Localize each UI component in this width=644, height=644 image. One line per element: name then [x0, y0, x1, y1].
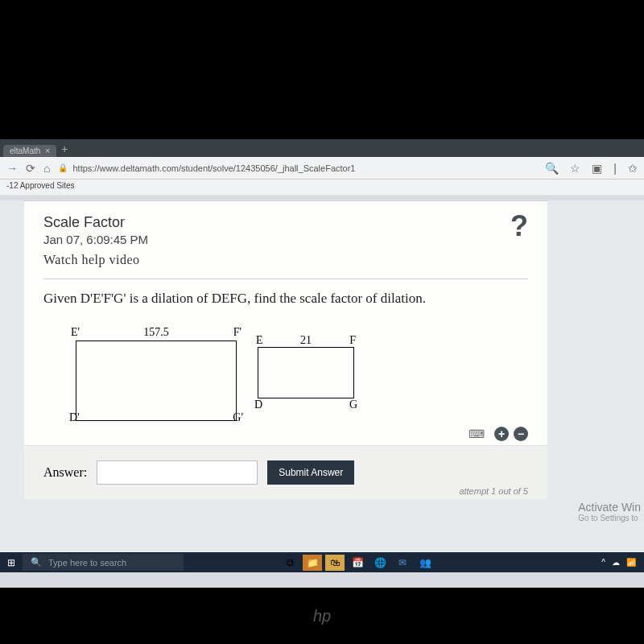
search-icon[interactable]: 🔍 [545, 162, 559, 175]
system-tray[interactable]: ^ ☁ 📶 [601, 558, 644, 567]
activate-subtitle: Go to Settings to [578, 514, 641, 522]
taskbar: ⊞ 🔍 Type here to search ⧉ 📁 🛍 📅 🌐 ✉ 👥 ^ … [0, 552, 644, 572]
lock-icon: 🔒 [58, 163, 68, 172]
home-icon[interactable]: ⌂ [43, 162, 50, 175]
vertex-label: G [349, 398, 357, 411]
mail-icon[interactable]: ✉ [393, 555, 412, 571]
side-length: 157.5 [143, 326, 169, 339]
minus-button[interactable]: − [514, 427, 528, 441]
attempt-counter: attempt 1 out of 5 [459, 486, 528, 496]
bookmark-link[interactable]: -12 Approved Sites [6, 181, 75, 190]
store-icon[interactable]: 🛍 [325, 555, 345, 571]
page-content: ? Scale Factor Jan 07, 6:09:45 PM Watch … [0, 200, 644, 572]
submit-button[interactable]: Submit Answer [267, 460, 354, 485]
problem-title: Scale Factor [43, 214, 528, 231]
search-icon: 🔍 [31, 557, 42, 568]
reader-icon[interactable]: ▣ [592, 162, 602, 175]
vertex-label: D' [69, 411, 80, 424]
browser-tabs: eltaMath × + [0, 139, 644, 157]
task-view-icon[interactable]: ⧉ [280, 555, 299, 571]
vertex-label: D [254, 398, 262, 411]
forward-icon[interactable]: → [6, 162, 18, 175]
problem-timestamp: Jan 07, 6:09:45 PM [43, 233, 528, 246]
taskbar-search[interactable]: 🔍 Type here to search [23, 554, 184, 571]
diagram-area: E' 157.5 F' D' G' E 21 F D G [76, 326, 528, 421]
vertex-label: G' [233, 411, 243, 424]
active-tab[interactable]: eltaMath × [3, 145, 56, 157]
address-bar: → ⟳ ⌂ 🔒 https://www.deltamath.com/studen… [0, 157, 644, 180]
start-button[interactable]: ⊞ [0, 552, 23, 572]
tray-chevron-icon[interactable]: ^ [601, 558, 605, 567]
hp-logo: hp [313, 607, 331, 625]
plus-button[interactable]: + [494, 427, 509, 441]
wifi-icon[interactable]: 📶 [626, 558, 636, 567]
edge-icon[interactable]: 🌐 [370, 555, 390, 571]
help-icon[interactable]: ? [510, 209, 528, 243]
bookmark-bar: -12 Approved Sites [0, 180, 644, 196]
calendar-icon[interactable]: 📅 [348, 555, 367, 571]
answer-label: Answer: [43, 465, 87, 480]
vertex-label: E' [71, 326, 80, 339]
refresh-icon[interactable]: ⟳ [26, 162, 35, 175]
activate-title: Activate Win [578, 501, 641, 514]
favorite-icon[interactable]: ✩ [628, 162, 638, 175]
vertex-label: F [349, 334, 356, 347]
url-text: https://www.deltamath.com/student/solve/… [72, 163, 355, 173]
divider [43, 279, 528, 279]
search-placeholder: Type here to search [48, 558, 126, 568]
question-text: Given D'E'F'G' is a dilation of DEFG, fi… [43, 291, 528, 307]
separator: | [613, 162, 617, 175]
answer-area: ⌨ + − Answer: Submit Answer attempt 1 ou… [24, 445, 547, 499]
vertex-label: E [256, 334, 263, 347]
close-icon[interactable]: × [45, 147, 50, 155]
keyboard-icon[interactable]: ⌨ [469, 427, 485, 440]
side-length: 21 [300, 334, 312, 347]
watch-video-link[interactable]: Watch help video [43, 253, 528, 267]
windows-activation: Activate Win Go to Settings to [578, 501, 641, 522]
small-rectangle: E 21 F D G [258, 326, 354, 421]
cloud-icon[interactable]: ☁ [612, 558, 620, 567]
tab-title: eltaMath [10, 147, 40, 155]
url-field[interactable]: 🔒 https://www.deltamath.com/student/solv… [58, 163, 537, 173]
answer-input[interactable] [97, 460, 258, 485]
star-icon[interactable]: ☆ [570, 162, 580, 175]
teams-icon[interactable]: 👥 [415, 555, 435, 571]
new-tab-button[interactable]: + [61, 142, 68, 157]
vertex-label: F' [233, 326, 242, 339]
explorer-icon[interactable]: 📁 [303, 555, 322, 571]
problem-card: ? Scale Factor Jan 07, 6:09:45 PM Watch … [24, 200, 547, 499]
large-rectangle: E' 157.5 F' D' G' [76, 326, 237, 421]
